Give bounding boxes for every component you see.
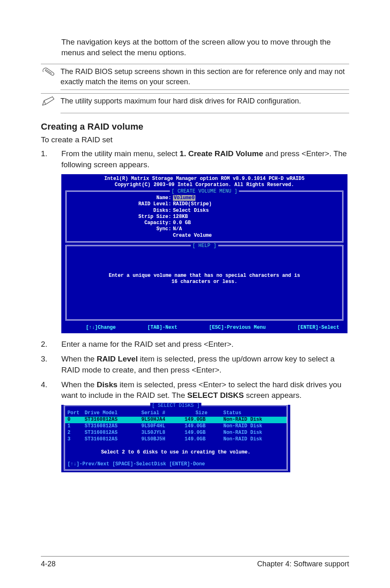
bios-help-box: [ HELP ] Enter a unique volume name that…	[65, 245, 343, 321]
disk-row-selected[interactable]: 0 ST3160812AS 9LS0HJA4 149.0GB Non-RAID …	[65, 417, 287, 423]
list-number: 4.	[41, 379, 61, 401]
list-number: 3.	[41, 354, 61, 375]
list-number: 1.	[41, 148, 61, 170]
intro-paragraph: The navigation keys at the bottom of the…	[61, 37, 349, 58]
select-disks-help: Select 2 to 6 disks to use in creating t…	[65, 449, 287, 456]
bios-label: Strip Size:	[67, 214, 173, 220]
bios-create-volume-screen: Intel(R) Matrix Storage Manager option R…	[61, 174, 347, 334]
step-text: When the	[61, 380, 97, 389]
bios-label: Name:	[67, 195, 173, 201]
disk-port: 0	[65, 417, 82, 423]
bios-help-title: [ HELP ]	[191, 243, 218, 249]
disk-model: ST3160812AS	[82, 423, 139, 430]
note-row-1: The RAID BIOS setup screens shown in thi…	[41, 64, 349, 88]
bios-value[interactable]: 128KB	[173, 214, 342, 220]
disk-status: Non-RAID Disk	[221, 417, 287, 423]
disk-serial: 3LS0JYL8	[139, 430, 182, 436]
bios-footer: [↑↓]Change [TAB]-Next [ESC]-Previous Men…	[61, 322, 347, 332]
note-text-1: The RAID BIOS setup screens shown in thi…	[61, 66, 349, 88]
bios-key-next: [TAB]-Next	[148, 325, 177, 331]
step-3: 3. When the RAID Level item is selected,…	[41, 354, 349, 375]
paperclip-icon	[41, 66, 61, 82]
disk-serial: 9LS0BJ5H	[139, 436, 182, 443]
step-bold: RAID Level	[97, 355, 138, 363]
bios-label: Disks:	[67, 208, 173, 214]
step-text: From the utility main menu, select	[61, 149, 179, 158]
disk-row[interactable]: 2 ST3160812AS 3LS0JYL8 149.0GB Non-RAID …	[65, 430, 287, 436]
step-2: 2. Enter a name for the RAID set and pre…	[41, 339, 349, 350]
bios-value[interactable]: RAID0(Stripe)	[173, 201, 342, 207]
page-footer: 4-28 Chapter 4: Software support	[41, 556, 349, 569]
separator	[61, 90, 349, 90]
disks-header-serial: Serial #	[139, 410, 182, 417]
step-bold: Disks	[97, 380, 118, 389]
disks-header-drive: Drive Model	[82, 410, 139, 417]
disk-status: Non-RAID Disk	[221, 430, 287, 436]
bios-key-select: [ENTER]-Select	[298, 325, 339, 331]
disk-row[interactable]: 3 ST3160812AS 9LS0BJ5H 149.0GB Non-RAID …	[65, 436, 287, 443]
disks-header-size: Size	[182, 410, 221, 417]
disks-table: Port Drive Model Serial # Size Status 0 …	[65, 410, 287, 442]
step-bold: SELECT DISKS	[187, 391, 244, 399]
separator	[61, 113, 349, 113]
disk-size: 149.0GB	[182, 417, 221, 423]
disk-row[interactable]: 1 ST3160812AS 9LS0F4HL 149.0GB Non-RAID …	[65, 423, 287, 430]
bios-label: Capacity:	[67, 220, 173, 226]
page-number: 4-28	[41, 559, 56, 569]
step-bold: 1. Create RAID Volume	[179, 149, 263, 158]
step-text: Enter a name for the RAID set and press …	[61, 339, 349, 350]
disks-header-port: Port	[65, 410, 82, 417]
bios-select-title: [ SELECT DISKS ]	[150, 403, 201, 409]
bios-input-name[interactable]: Volume0	[173, 195, 195, 201]
bios-key-change: [↑↓]Change	[86, 325, 116, 331]
bios-create-box: [ CREATE VOLUME MENU ] Name:Volume0 RAID…	[65, 191, 343, 242]
pencil-icon	[41, 95, 61, 111]
disk-port: 3	[65, 436, 82, 443]
step-4: 4. When the Disks item is selected, pres…	[41, 379, 349, 401]
disk-serial: 9LS0F4HL	[139, 423, 182, 430]
section-heading: Creating a RAID volume	[41, 121, 349, 133]
step-text: screen appears.	[244, 391, 302, 399]
bios-value[interactable]: Select Disks	[173, 208, 342, 214]
bios-help-line: Enter a unique volume name that has no s…	[67, 273, 342, 279]
bios-action[interactable]: Create Volume	[173, 233, 342, 239]
disk-port: 1	[65, 423, 82, 430]
disk-model: ST3160812AS	[82, 436, 139, 443]
subline: To create a RAID set	[41, 135, 349, 145]
disk-status: Non-RAID Disk	[221, 423, 287, 430]
select-disks-footer: [↑↓]-Prev/Next [SPACE]-SelectDisk [ENTER…	[65, 461, 287, 468]
disk-size: 149.0GB	[182, 430, 221, 436]
disk-size: 149.0GB	[182, 423, 221, 430]
bios-value: N/A	[173, 226, 342, 232]
disk-model: ST3160812AS	[82, 417, 139, 423]
note-text-2: The utility supports maximum four hard d…	[61, 95, 349, 107]
disk-port: 2	[65, 430, 82, 436]
bios-header-line: Copyright(C) 2003-09 Intel Corporation. …	[61, 182, 347, 188]
bios-help-line: 16 characters or less.	[67, 279, 342, 285]
bios-header: Intel(R) Matrix Storage Manager option R…	[61, 174, 347, 190]
step-text: When the	[61, 355, 97, 363]
bios-value[interactable]: 0.0 GB	[173, 220, 342, 226]
note-row-2: The utility supports maximum four hard d…	[41, 93, 349, 111]
bios-label: Sync:	[67, 226, 173, 232]
disk-status: Non-RAID Disk	[221, 436, 287, 443]
bios-box-title: [ CREATE VOLUME MENU ]	[170, 189, 239, 195]
chapter-label: Chapter 4: Software support	[257, 559, 349, 569]
disks-header-status: Status	[221, 410, 287, 417]
list-number: 2.	[41, 339, 61, 350]
disk-size: 149.0GB	[182, 436, 221, 443]
step-1: 1. From the utility main menu, select 1.…	[41, 148, 349, 170]
disk-serial: 9LS0HJA4	[139, 417, 182, 423]
bios-select-disks-screen: [ SELECT DISKS ] Port Drive Model Serial…	[61, 405, 290, 472]
bios-label: RAID Level:	[67, 201, 173, 207]
bios-header-line: Intel(R) Matrix Storage Manager option R…	[61, 176, 347, 182]
bios-key-prev: [ESC]-Previous Menu	[209, 325, 266, 331]
disk-model: ST3160812AS	[82, 430, 139, 436]
